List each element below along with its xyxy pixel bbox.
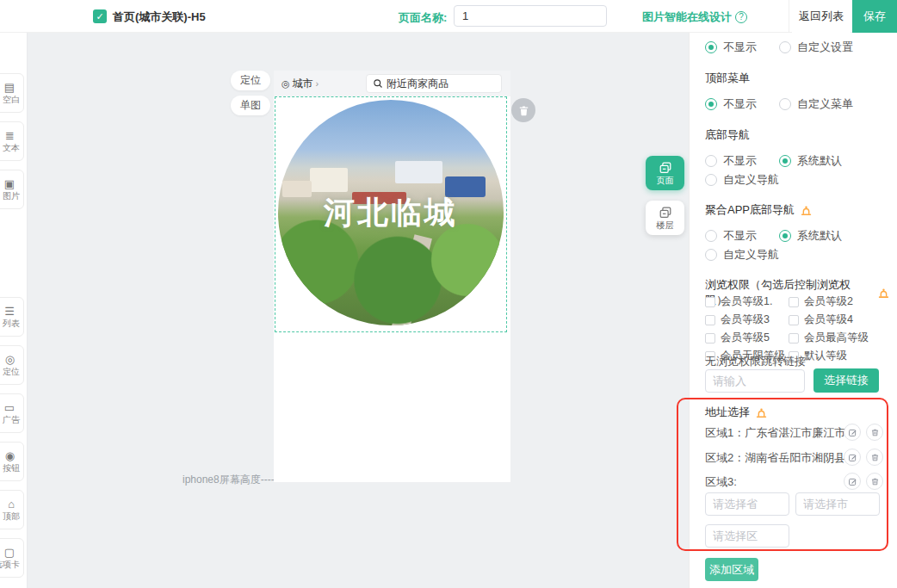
floor-settings-button[interactable]: 楼层 [646, 201, 684, 235]
single-image-component-selected[interactable]: 河北临城 [275, 96, 507, 332]
tab-icon: ▢ [4, 547, 15, 559]
header-icon: ⌂ [8, 498, 15, 511]
checkbox-option[interactable]: 会员等级1. [705, 294, 789, 309]
component-sidebar: ▤空白 ≣文本 ▣图片 ☰列表 ◎定位 ▭广告 ◉按钮 ⌂顶部 ▢选项卡 [0, 33, 28, 588]
checkbox-option[interactable]: 会员等级5 [705, 331, 789, 345]
radio-label: 不显示 [723, 40, 757, 55]
radio-label: 不显示 [723, 228, 757, 244]
sidebar-item-ad[interactable]: ▭广告 [0, 393, 24, 433]
sidebar-item-image[interactable]: ▣图片 [0, 170, 24, 209]
trash-icon [870, 453, 880, 462]
checkbox-icon [789, 315, 799, 325]
radio-option[interactable]: 自定义菜单 [779, 96, 853, 112]
radio-icon [705, 174, 717, 186]
ad-icon: ▭ [4, 402, 15, 414]
back-to-list-button[interactable]: 返回列表 [792, 0, 851, 33]
delete-region-button[interactable] [866, 424, 883, 441]
section-title: 聚合APP底部导航 [705, 202, 795, 218]
radio-icon [705, 249, 717, 261]
premium-icon [800, 204, 813, 217]
delete-region-button[interactable] [866, 473, 883, 490]
photo-caption: 河北临城 [278, 192, 504, 234]
phone-search-input[interactable]: 附近商家商品 [366, 74, 502, 93]
edit-icon [848, 428, 857, 437]
trash-icon [518, 105, 529, 116]
sidebar-item-label: 选项卡 [0, 559, 20, 570]
radio-option[interactable]: 不显示 [705, 40, 757, 55]
page-checkbox[interactable]: ✓ [93, 9, 107, 23]
radio-option[interactable]: 不显示 [705, 228, 757, 244]
smart-design-link[interactable]: 图片智能在线设计 ? [642, 9, 747, 25]
sidebar-item-tabs[interactable]: ▢选项卡 [0, 538, 24, 578]
text-icon: ≣ [5, 130, 15, 142]
add-region-button[interactable]: 添加区域 [705, 558, 758, 581]
search-icon [373, 78, 383, 89]
radio-option[interactable]: 自定义导航 [705, 172, 779, 188]
location-icon: ◎ [281, 78, 290, 90]
city-select[interactable] [795, 492, 880, 516]
edit-region-button[interactable] [844, 473, 861, 490]
delete-region-button[interactable] [866, 449, 883, 466]
delete-component-button[interactable] [511, 98, 535, 122]
radio-label: 自定义菜单 [797, 96, 853, 112]
sidebar-item-list[interactable]: ☰列表 [0, 297, 24, 337]
app-bottom-nav-options-row1: 不显示 系统默认 [705, 228, 890, 244]
checkbox-label: 会员等级5 [721, 331, 770, 345]
checkbox-icon [789, 333, 799, 344]
page-settings-label: 页面 [657, 176, 674, 185]
floor-settings-label: 楼层 [657, 220, 674, 230]
radio-option[interactable]: 系统默认 [779, 153, 842, 169]
checkbox-option[interactable]: 会员等级2 [789, 294, 890, 309]
photo-building [395, 161, 442, 183]
sidebar-item-blank[interactable]: ▤空白 [0, 73, 24, 113]
phone-preview: ◎ 城市 › 附近商家商品 河北临城 [274, 71, 510, 482]
checkbox-option[interactable]: 会员等级4 [789, 313, 890, 327]
radio-label: 自定义导航 [723, 172, 779, 188]
choose-link-button[interactable]: 选择链接 [813, 368, 879, 393]
checkbox-label: 会员等级3 [721, 313, 770, 327]
radio-option[interactable]: 系统默认 [779, 228, 842, 244]
sidebar-item-label: 列表 [3, 318, 20, 329]
address-select-title: 地址选择 [705, 405, 890, 420]
checkbox-option[interactable]: 会员等级3 [705, 313, 789, 327]
city-selector[interactable]: ◎ 城市 › [281, 77, 319, 91]
component-tag-locate[interactable]: 定位 [231, 71, 270, 90]
link-input[interactable] [705, 369, 805, 393]
chevron-right-icon: › [316, 78, 319, 89]
section-title: 顶部菜单 [705, 71, 890, 86]
radio-icon [705, 41, 717, 53]
district-select[interactable] [705, 524, 789, 548]
save-button[interactable]: 保存 [852, 0, 897, 33]
component-tag-single-image[interactable]: 单图 [231, 96, 270, 115]
trash-icon [870, 477, 880, 486]
checkbox-option[interactable]: 会员最高等级 [789, 331, 890, 345]
region-label: 区域1： [705, 425, 745, 441]
page-name-input[interactable] [454, 5, 607, 27]
province-select[interactable] [705, 492, 789, 516]
sidebar-item-label: 空白 [3, 94, 20, 105]
sidebar-item-button[interactable]: ◉按钮 [0, 442, 24, 481]
edit-region-button[interactable] [844, 424, 861, 441]
radio-option[interactable]: 不显示 [705, 153, 757, 169]
radio-option[interactable]: 自定义导航 [705, 247, 779, 263]
sidebar-item-locate[interactable]: ◎定位 [0, 345, 24, 385]
radio-icon [705, 230, 717, 242]
city-label: 城市 [293, 77, 313, 91]
edit-region-button[interactable] [844, 449, 861, 466]
sidebar-item-text[interactable]: ≣文本 [0, 121, 24, 161]
region-row-1: 区域1： 广东省湛江市廉江市 [705, 425, 890, 441]
radio-option[interactable]: 自定义设置 [779, 40, 853, 55]
sidebar-item-label: 按钮 [3, 462, 20, 473]
sidebar-item-header[interactable]: ⌂顶部 [0, 490, 24, 529]
edit-icon [848, 453, 857, 462]
page-settings-button[interactable]: 页面 [646, 156, 684, 190]
page-builder: ✓ 首页(城市关联)-H5 页面名称: 图片智能在线设计 ? 返回列表 保存 ▤… [0, 0, 897, 588]
topbar: ✓ 首页(城市关联)-H5 页面名称: 图片智能在线设计 ? 返回列表 保存 [0, 0, 897, 33]
radio-option[interactable]: 不显示 [705, 96, 757, 112]
photo-building [310, 168, 349, 193]
top-menu-options: 不显示 自定义菜单 [705, 96, 890, 112]
app-bottom-nav-options-row2: 自定义导航 [705, 247, 890, 263]
help-icon[interactable]: ? [735, 11, 747, 23]
page-name-label: 页面名称: [399, 10, 447, 26]
radio-icon [705, 155, 717, 167]
